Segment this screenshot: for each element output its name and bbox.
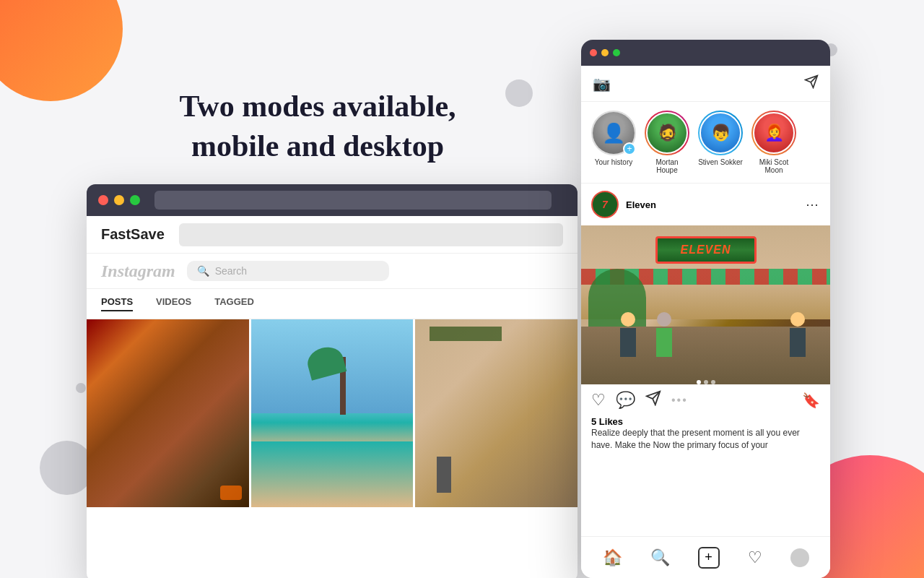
- photos-grid: [87, 319, 578, 507]
- camera-icon[interactable]: 📷: [593, 75, 611, 92]
- instagram-area: Instagram 🔍 Search: [87, 254, 578, 289]
- story-name-your-history: Your history: [595, 158, 632, 166]
- indicator-dot-2: [704, 380, 708, 384]
- dec-dot-4: [76, 383, 86, 393]
- market-figure-1: [617, 312, 639, 363]
- like-icon[interactable]: ♡: [591, 391, 606, 410]
- post-action-group-left: ♡ 💬 •••: [591, 390, 688, 410]
- tab-tagged[interactable]: TAGGED: [214, 296, 254, 311]
- headline-text: Two modes available, mobile and desktop: [130, 87, 505, 165]
- mobile-traffic-lights: [590, 49, 620, 56]
- photo-2: [251, 319, 414, 507]
- mobile-maximize-button[interactable]: [613, 49, 620, 56]
- maximize-button[interactable]: [130, 195, 140, 205]
- seven-eleven-sign: ELEVEN: [655, 236, 757, 264]
- desktop-browser-window: FastSave Instagram 🔍 Search POSTS VIDEOS…: [87, 184, 578, 578]
- minimize-button[interactable]: [114, 195, 124, 205]
- indicator-dot-3: [711, 380, 715, 384]
- app-name: FastSave: [101, 226, 165, 243]
- photo-1: [87, 319, 249, 507]
- post-user-info: 7 Eleven: [591, 191, 656, 218]
- address-bar[interactable]: [154, 191, 552, 210]
- instagram-logo: Instagram: [101, 262, 175, 281]
- bg-blob-topleft: [0, 0, 123, 101]
- mobile-content: 📷 👤 + Your history: [581, 66, 830, 578]
- browser-nav-bar[interactable]: [179, 223, 563, 246]
- share-icon[interactable]: [645, 390, 661, 410]
- tab-videos[interactable]: VIDEOS: [156, 296, 191, 311]
- comment-icon[interactable]: 💬: [616, 391, 635, 410]
- story-your-history[interactable]: 👤 + Your history: [591, 111, 636, 174]
- mobile-browser-window: 📷 👤 + Your history: [581, 40, 830, 578]
- story-name-stiven: Stiven Sokker: [698, 158, 743, 166]
- search-icon: 🔍: [197, 265, 209, 277]
- story-stiven-sokker[interactable]: 👦 Stiven Sokker: [698, 111, 743, 174]
- nav-heart-icon[interactable]: ♡: [748, 548, 762, 567]
- story-miki-scot-moon[interactable]: 👩‍🦰 Miki Scot Moon: [751, 111, 796, 174]
- browser-nav: FastSave: [87, 216, 578, 254]
- seven-eleven-text: ELEVEN: [680, 243, 731, 256]
- tab-posts[interactable]: POSTS: [101, 296, 133, 311]
- post-header: 7 Eleven ⋯: [581, 184, 830, 225]
- post-image: ELEVEN: [581, 225, 830, 384]
- post-caption: Realize deeply that the present moment i…: [581, 427, 830, 457]
- dec-dot-3: [505, 79, 533, 107]
- post-more-options[interactable]: ⋯: [806, 197, 820, 212]
- nav-profile-icon[interactable]: [790, 548, 809, 567]
- indicator-dot-1: [697, 380, 701, 384]
- search-bar[interactable]: 🔍 Search: [187, 261, 389, 281]
- bookmark-icon[interactable]: 🔖: [802, 392, 820, 409]
- story-mortan-houpe[interactable]: 🧔 Mortan Houpe: [645, 111, 689, 174]
- desktop-content: FastSave Instagram 🔍 Search POSTS VIDEOS…: [87, 216, 578, 578]
- nav-search-icon[interactable]: 🔍: [650, 548, 670, 567]
- send-icon[interactable]: [804, 74, 819, 92]
- image-indicator: [697, 380, 715, 384]
- desktop-traffic-lights: [98, 195, 140, 205]
- tabs-bar: POSTS VIDEOS TAGGED: [87, 289, 578, 319]
- likes-count: 5 Likes: [581, 416, 830, 427]
- nav-add-icon[interactable]: +: [698, 547, 720, 569]
- post-actions: ♡ 💬 ••• 🔖: [581, 384, 830, 416]
- search-placeholder: Search: [215, 265, 247, 277]
- story-name-mortan: Mortan Houpe: [645, 158, 689, 174]
- mobile-minimize-button[interactable]: [601, 49, 609, 56]
- nav-home-icon[interactable]: 🏠: [603, 548, 622, 567]
- mobile-titlebar: [581, 40, 830, 66]
- close-button[interactable]: [98, 195, 108, 205]
- mobile-bottom-nav: 🏠 🔍 + ♡: [581, 536, 830, 578]
- post-username: Eleven: [626, 199, 656, 210]
- desktop-titlebar: [87, 184, 578, 216]
- more-dots-icon: •••: [671, 394, 688, 407]
- market-figure-3: [787, 312, 808, 363]
- headline-section: Two modes available, mobile and desktop: [130, 87, 505, 165]
- mobile-app-header: 📷: [581, 66, 830, 102]
- photo-3: [415, 319, 578, 507]
- market-figure-2: [653, 312, 675, 363]
- add-story-button[interactable]: +: [623, 142, 636, 155]
- stories-row: 👤 + Your history 🧔 Mortan Houpe: [581, 102, 830, 184]
- story-name-miki: Miki Scot Moon: [751, 158, 796, 174]
- mobile-close-button[interactable]: [590, 49, 597, 56]
- dec-dot-5: [40, 441, 94, 495]
